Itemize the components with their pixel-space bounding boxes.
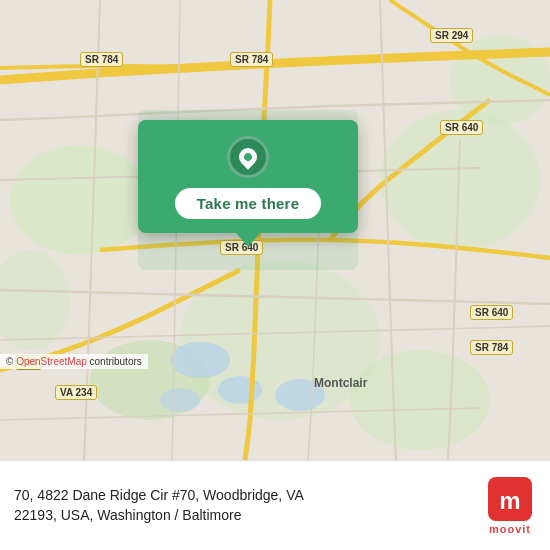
svg-point-9: [218, 376, 262, 404]
address-text: 70, 4822 Dane Ridge Cir #70, Woodbridge,…: [14, 486, 488, 525]
road-label-sr640c: SR 640: [470, 305, 513, 320]
svg-point-11: [160, 388, 200, 412]
svg-point-1: [10, 145, 150, 255]
bottom-bar: 70, 4822 Dane Ridge Cir #70, Woodbridge,…: [0, 460, 550, 550]
road-label-sr294: SR 294: [430, 28, 473, 43]
moovit-logo: m moovit: [488, 477, 532, 535]
svg-point-8: [170, 342, 230, 378]
map-attribution: © OpenStreetMap contributors: [0, 354, 148, 369]
openstreetmap-link[interactable]: OpenStreetMap: [16, 356, 87, 367]
location-pin: [227, 136, 269, 178]
map-container: SR 294 SR 784 SR 784 SR 640 SR 640 SR 64…: [0, 0, 550, 460]
moovit-m-icon: m: [488, 477, 532, 521]
road-label-montclair: Montclair: [310, 375, 371, 391]
road-label-sr640a: SR 640: [440, 120, 483, 135]
road-label-sr784a: SR 784: [80, 52, 123, 67]
moovit-wordmark: moovit: [489, 523, 531, 535]
svg-text:m: m: [499, 487, 520, 514]
take-me-there-button[interactable]: Take me there: [175, 188, 321, 219]
road-label-sr784c: SR 784: [470, 340, 513, 355]
popup-card: Take me there: [138, 120, 358, 233]
road-label-sr784b: SR 784: [230, 52, 273, 67]
svg-point-5: [350, 350, 490, 450]
road-label-va234: VA 234: [55, 385, 97, 400]
pin-icon: [235, 144, 260, 169]
